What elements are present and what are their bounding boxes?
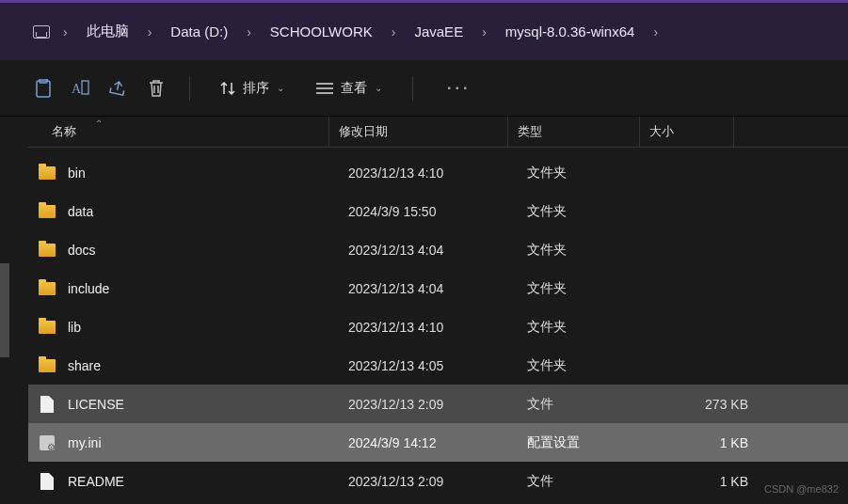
chevron-right-icon[interactable]: › [237, 24, 261, 39]
watermark: CSDN @me832 [764, 483, 839, 495]
file-row[interactable]: README2023/12/13 2:09文件1 KB [28, 462, 848, 500]
file-size: 1 KB [659, 474, 748, 489]
file-name: docs [68, 243, 348, 258]
rename-button[interactable]: A [71, 78, 91, 99]
file-name: bin [68, 165, 348, 181]
chevron-right-icon[interactable]: › [644, 24, 667, 39]
folder-icon [38, 164, 56, 182]
folder-icon [38, 318, 56, 337]
column-modified[interactable]: 修改日期 [329, 117, 508, 147]
breadcrumb-item[interactable]: 此电脑 [81, 19, 135, 44]
file-row[interactable]: lib2023/12/13 4:10文件夹 [28, 307, 848, 346]
ini-icon [38, 433, 56, 452]
file-name: data [68, 204, 348, 219]
file-date: 2024/3/9 14:12 [348, 435, 527, 450]
chevron-right-icon[interactable]: › [138, 24, 162, 39]
file-name: README [68, 474, 348, 489]
column-headers: ⌃ 名称 修改日期 类型 大小 [0, 117, 848, 147]
toolbar-divider [189, 76, 190, 101]
file-name: my.ini [68, 435, 348, 450]
file-icon [38, 472, 56, 491]
folder-icon [38, 202, 56, 221]
left-scrollbar-thumb[interactable] [0, 263, 9, 357]
pc-icon [33, 25, 50, 39]
column-type[interactable]: 类型 [508, 117, 640, 147]
file-row[interactable]: my.ini2024/3/9 14:12配置设置1 KB [28, 423, 848, 462]
breadcrumb-bar: › 此电脑 › Data (D:) › SCHOOLWORK › JavaEE … [0, 0, 848, 60]
chevron-right-icon[interactable]: › [54, 24, 77, 39]
folder-icon [38, 356, 56, 375]
file-type: 配置设置 [527, 434, 659, 451]
svg-text:A: A [72, 82, 82, 96]
file-date: 2023/12/13 2:09 [348, 397, 527, 412]
more-button[interactable]: ··· [436, 80, 482, 97]
delete-button[interactable] [146, 78, 167, 99]
chevron-right-icon[interactable]: › [382, 24, 406, 39]
file-date: 2023/12/13 4:10 [348, 320, 527, 335]
share-button[interactable] [108, 78, 129, 99]
svg-rect-3 [82, 81, 88, 94]
file-type: 文件夹 [527, 280, 659, 297]
breadcrumb-item[interactable]: SCHOOLWORK [264, 20, 378, 43]
file-name: include [68, 281, 348, 296]
scroll-up-icon[interactable]: ⌃ [28, 116, 169, 131]
file-row[interactable]: data2024/3/9 15:50文件夹 [28, 192, 848, 230]
folder-icon [38, 241, 56, 260]
folder-icon [38, 279, 56, 298]
chevron-down-icon: ⌄ [277, 83, 284, 93]
chevron-right-icon[interactable]: › [472, 24, 496, 39]
file-type: 文件夹 [527, 242, 659, 259]
file-date: 2023/12/13 4:04 [348, 243, 527, 258]
file-date: 2023/12/13 4:05 [348, 358, 527, 373]
file-row[interactable]: bin2023/12/13 4:10文件夹 [28, 153, 848, 192]
file-type: 文件夹 [527, 357, 659, 374]
file-row[interactable]: LICENSE2023/12/13 2:09文件273 KB [28, 385, 848, 423]
file-type: 文件 [527, 396, 659, 413]
file-row[interactable]: include2023/12/13 4:04文件夹 [28, 269, 848, 307]
file-type: 文件 [527, 473, 659, 490]
toolbar-divider [412, 76, 413, 101]
file-name: LICENSE [68, 397, 348, 412]
view-label: 查看 [341, 80, 367, 97]
toolbar: A 排序 ⌄ 查看 ⌄ ··· [0, 60, 848, 117]
file-row[interactable]: share2023/12/13 4:05文件夹 [28, 346, 848, 385]
sort-label: 排序 [243, 80, 269, 97]
file-date: 2023/12/13 4:10 [348, 165, 527, 181]
breadcrumb-item[interactable]: Data (D:) [165, 20, 233, 43]
file-date: 2024/3/9 15:50 [348, 204, 527, 219]
file-row[interactable]: docs2023/12/13 4:04文件夹 [28, 230, 848, 269]
column-size[interactable]: 大小 [640, 117, 734, 147]
view-menu[interactable]: 查看 ⌄ [309, 74, 390, 102]
file-type: 文件夹 [527, 203, 659, 220]
file-name: lib [68, 320, 348, 335]
breadcrumb-item[interactable]: JavaEE [408, 20, 469, 43]
file-size: 273 KB [659, 397, 748, 412]
sort-menu[interactable]: 排序 ⌄ [213, 74, 292, 102]
file-date: 2023/12/13 4:04 [348, 281, 527, 296]
file-list: bin2023/12/13 4:10文件夹data2024/3/9 15:50文… [0, 148, 848, 500]
file-name: share [68, 358, 348, 373]
file-type: 文件夹 [527, 319, 659, 336]
paste-button[interactable] [33, 78, 54, 99]
file-size: 1 KB [659, 435, 748, 450]
chevron-down-icon: ⌄ [375, 83, 382, 93]
breadcrumb-item[interactable]: mysql-8.0.36-winx64 [500, 20, 641, 43]
file-date: 2023/12/13 2:09 [348, 474, 527, 489]
file-type: 文件夹 [527, 165, 659, 181]
file-icon [38, 395, 56, 414]
